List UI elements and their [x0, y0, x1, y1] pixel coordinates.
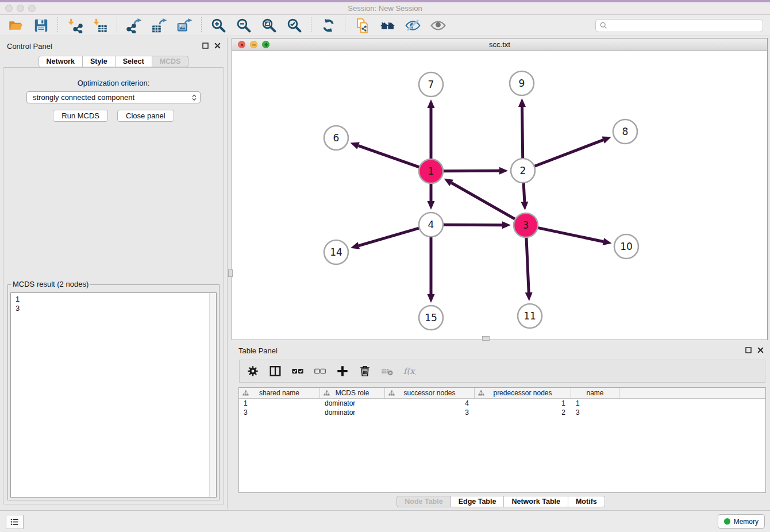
close-panel-button[interactable]: Close panel: [117, 110, 174, 122]
node-3[interactable]: 3: [514, 213, 538, 237]
table-cell[interactable]: 1: [475, 399, 571, 408]
edge-4-3[interactable]: [443, 221, 511, 229]
zoom-out-button[interactable]: [234, 16, 253, 34]
attribute-tree-icon: [478, 390, 484, 396]
zoom-selected-button[interactable]: [284, 16, 304, 34]
table-cell[interactable]: 3: [571, 408, 619, 417]
table-mode-settings-button[interactable]: [246, 364, 260, 378]
show-columns-button[interactable]: [268, 364, 282, 378]
edge-4-15[interactable]: [428, 237, 435, 303]
table-cell[interactable]: 2: [475, 408, 571, 417]
tab-edge-table[interactable]: Edge Table: [451, 496, 505, 507]
tab-network[interactable]: Network: [38, 56, 83, 67]
table-body: 1dominator4113dominator323: [239, 399, 765, 417]
import-table-button[interactable]: [90, 16, 110, 34]
select-all-columns-button[interactable]: [291, 364, 305, 378]
vertical-divider-grip[interactable]: [228, 269, 233, 277]
network-minimize-icon[interactable]: [250, 41, 257, 48]
node-1[interactable]: 1: [419, 159, 443, 183]
home-views-button[interactable]: [378, 16, 397, 34]
search-box[interactable]: [595, 19, 763, 32]
column-header-successor-nodes[interactable]: successor nodes: [385, 388, 475, 398]
table-row[interactable]: 3dominator323: [239, 408, 765, 417]
network-maximize-icon[interactable]: [262, 41, 270, 48]
tab-style[interactable]: Style: [83, 56, 116, 67]
column-header-shared-name[interactable]: shared name: [239, 388, 320, 398]
column-header-predecessor-nodes[interactable]: predecessor nodes: [475, 388, 571, 398]
search-input[interactable]: [610, 20, 763, 32]
node-8[interactable]: 8: [613, 119, 637, 144]
table-cell[interactable]: 1: [239, 399, 320, 408]
node-14[interactable]: 14: [324, 240, 348, 264]
zoom-fit-button[interactable]: [259, 16, 279, 34]
hide-selected-button[interactable]: [403, 16, 422, 34]
delete-columns-button[interactable]: [358, 364, 372, 378]
export-table-button[interactable]: [149, 16, 169, 34]
edge-2-9[interactable]: [518, 98, 526, 159]
table-cell[interactable]: dominator: [320, 408, 385, 417]
table-cell[interactable]: dominator: [320, 399, 385, 408]
edge-3-11[interactable]: [525, 237, 533, 301]
node-11[interactable]: 11: [518, 304, 542, 328]
close-panel-icon[interactable]: [214, 43, 221, 49]
table-cell[interactable]: 4: [385, 399, 475, 408]
edge-1-4[interactable]: [428, 183, 435, 210]
network-close-icon[interactable]: [238, 41, 245, 48]
node-4[interactable]: 4: [419, 213, 443, 237]
node-9[interactable]: 9: [510, 71, 534, 95]
node-7[interactable]: 7: [419, 72, 443, 97]
edge-3-10[interactable]: [538, 228, 612, 245]
refresh-button[interactable]: [318, 16, 338, 34]
save-session-button[interactable]: [31, 16, 51, 34]
tab-node-table[interactable]: Node Table: [396, 496, 451, 507]
toolbar-separator: [311, 17, 311, 33]
import-network-button[interactable]: [65, 16, 84, 34]
svg-text:8: 8: [622, 126, 629, 137]
window-minimize-icon[interactable]: [17, 5, 24, 12]
result-scrollbar[interactable]: [209, 293, 216, 497]
memory-button[interactable]: Memory: [718, 514, 765, 529]
export-network-button[interactable]: [124, 16, 144, 34]
edge-4-14[interactable]: [351, 228, 419, 249]
column-header-MCDS-role[interactable]: MCDS role: [320, 388, 385, 398]
node-6[interactable]: 6: [324, 126, 348, 150]
open-file-button[interactable]: [6, 16, 25, 34]
refresh-icon: [321, 18, 336, 33]
edge-2-3[interactable]: [521, 183, 528, 210]
table-cell[interactable]: 1: [571, 399, 619, 408]
export-image-button[interactable]: [175, 16, 194, 34]
table-cell[interactable]: 3: [385, 408, 475, 417]
column-header-name[interactable]: name: [571, 388, 619, 398]
node-15[interactable]: 15: [419, 306, 443, 330]
table-cell[interactable]: 3: [239, 408, 320, 417]
edge-2-8[interactable]: [534, 137, 611, 167]
node-2[interactable]: 2: [511, 159, 535, 183]
node-10[interactable]: 10: [614, 234, 638, 259]
unselect-all-columns-button[interactable]: [313, 364, 327, 378]
window-zoom-icon[interactable]: [28, 5, 36, 12]
criterion-select[interactable]: strongly connected component: [26, 91, 201, 103]
tab-motifs[interactable]: Motifs: [568, 496, 605, 507]
edge-1-6[interactable]: [351, 142, 420, 167]
tab-select[interactable]: Select: [116, 56, 152, 67]
network-window-titlebar[interactable]: scc.txt: [232, 38, 767, 51]
tab-mcds[interactable]: MCDS: [152, 56, 189, 67]
close-table-panel-icon[interactable]: [757, 347, 764, 353]
horizontal-divider-grip[interactable]: [482, 336, 490, 341]
zoom-in-button[interactable]: [209, 16, 228, 34]
edge-1-2[interactable]: [443, 167, 508, 175]
tab-network-table[interactable]: Network Table: [504, 496, 568, 507]
zoom-fit-icon: [261, 18, 277, 33]
edge-3-1[interactable]: [444, 179, 515, 219]
clone-network-button[interactable]: [352, 16, 372, 34]
show-all-button[interactable]: [428, 16, 448, 34]
create-new-column-button[interactable]: [336, 364, 349, 378]
table-row[interactable]: 1dominator411: [239, 399, 765, 408]
window-close-icon[interactable]: [5, 5, 13, 12]
edge-1-7[interactable]: [428, 99, 435, 159]
float-table-panel-icon[interactable]: [745, 347, 752, 353]
network-canvas[interactable]: 1234678910111415: [232, 51, 767, 340]
float-panel-icon[interactable]: [202, 43, 209, 49]
run-mcds-button[interactable]: Run MCDS: [53, 110, 108, 122]
task-history-button[interactable]: [6, 515, 24, 529]
